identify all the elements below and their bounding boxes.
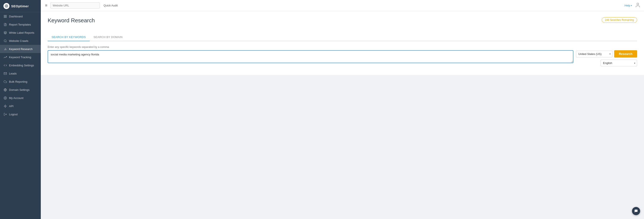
svg-rect-2 bbox=[5, 15, 6, 16]
svg-rect-3 bbox=[4, 16, 5, 18]
mail-icon bbox=[4, 72, 7, 75]
sidebar-item-keyword-research-label: Keyword Research bbox=[9, 48, 33, 51]
url-input-wrap bbox=[50, 2, 100, 8]
logo-icon bbox=[4, 3, 10, 9]
logo-text: SEOptimer bbox=[11, 4, 29, 8]
sidebar-item-dashboard-label: Dashboard bbox=[9, 15, 23, 18]
content-card: Keyword Research 246 Searches Remaining … bbox=[41, 11, 644, 75]
bar-chart-icon bbox=[4, 47, 7, 51]
sidebar-item-api[interactable]: API bbox=[0, 102, 41, 110]
sidebar-item-embedding-settings[interactable]: Embedding Settings bbox=[0, 61, 41, 69]
svg-rect-1 bbox=[4, 15, 5, 16]
sidebar-item-keyword-tracking-label: Keyword Tracking bbox=[9, 56, 31, 59]
settings-icon bbox=[4, 96, 7, 100]
user-account-button[interactable] bbox=[635, 2, 640, 8]
tab-search-by-domain[interactable]: SEARCH BY DOMAIN bbox=[90, 33, 126, 41]
country-select[interactable]: United States (US) United Kingdom (UK) A… bbox=[576, 51, 612, 57]
keyword-textarea-wrap bbox=[48, 50, 573, 64]
quick-audit-button[interactable]: Quick Audit bbox=[102, 2, 120, 8]
sidebar-item-white-label-label: White Label Reports bbox=[9, 31, 34, 34]
sidebar-item-domain-settings[interactable]: Domain Settings bbox=[0, 86, 41, 94]
sidebar-item-logout-label: Logout bbox=[9, 113, 18, 116]
trending-up-icon bbox=[4, 56, 7, 59]
sidebar-item-white-label-reports[interactable]: White Label Reports bbox=[0, 28, 41, 37]
layers-icon bbox=[4, 31, 7, 34]
help-button[interactable]: Help ▾ bbox=[624, 4, 632, 7]
country-select-row: United States (US) United Kingdom (UK) A… bbox=[576, 50, 637, 58]
sidebar-item-website-crawls-label: Website Crawls bbox=[9, 39, 28, 42]
topbar-right: Help ▾ bbox=[624, 2, 640, 8]
sidebar-item-keyword-tracking[interactable]: Keyword Tracking bbox=[0, 53, 41, 61]
language-select-wrap: English Spanish French German bbox=[601, 60, 637, 66]
sidebar-item-domain-settings-label: Domain Settings bbox=[9, 88, 30, 92]
sidebar-item-leads-label: Leads bbox=[9, 72, 16, 75]
search-row: United States (US) United Kingdom (UK) A… bbox=[48, 50, 637, 66]
sidebar-item-report-templates-label: Report Templates bbox=[9, 23, 31, 26]
sidebar-item-api-label: API bbox=[9, 104, 14, 108]
main-area: ≡ Quick Audit Help ▾ Keyword Research bbox=[41, 0, 644, 219]
file-text-icon bbox=[4, 23, 7, 26]
svg-point-8 bbox=[4, 40, 6, 42]
cloud-icon bbox=[4, 80, 7, 83]
grid-icon bbox=[4, 14, 7, 18]
sidebar-item-keyword-research[interactable]: Keyword Research bbox=[0, 45, 41, 53]
svg-rect-4 bbox=[5, 16, 6, 18]
page-title: Keyword Research bbox=[48, 17, 95, 24]
sidebar-item-my-account[interactable]: My Account bbox=[0, 94, 41, 102]
sidebar-item-dashboard[interactable]: Dashboard bbox=[0, 12, 41, 20]
sidebar-item-embedding-settings-label: Embedding Settings bbox=[9, 64, 34, 67]
svg-point-18 bbox=[637, 3, 639, 5]
zap-icon bbox=[4, 104, 7, 108]
chevron-down-icon: ▾ bbox=[631, 4, 632, 7]
language-select[interactable]: English Spanish French German bbox=[601, 60, 637, 66]
gray-area bbox=[41, 75, 644, 139]
searches-remaining-badge: 246 Searches Remaining bbox=[602, 17, 637, 23]
logo: SEOptimer bbox=[0, 0, 41, 12]
search-icon bbox=[4, 39, 7, 42]
sidebar-item-bulk-reporting[interactable]: Bulk Reporting bbox=[0, 78, 41, 86]
svg-line-9 bbox=[6, 42, 6, 42]
sidebar-item-website-crawls[interactable]: Website Crawls bbox=[0, 37, 41, 45]
user-icon bbox=[635, 2, 640, 8]
tabs-row: SEARCH BY KEYWORDS SEARCH BY DOMAIN bbox=[48, 33, 637, 41]
country-select-wrap: United States (US) United Kingdom (UK) A… bbox=[576, 51, 612, 57]
tab-search-by-keywords[interactable]: SEARCH BY KEYWORDS bbox=[48, 33, 90, 41]
sidebar-item-logout[interactable]: Logout bbox=[0, 110, 41, 118]
svg-marker-7 bbox=[4, 31, 7, 33]
code-icon bbox=[4, 64, 7, 67]
search-controls: United States (US) United Kingdom (UK) A… bbox=[576, 50, 637, 66]
sidebar-item-leads[interactable]: Leads bbox=[0, 69, 41, 78]
sidebar-item-my-account-label: My Account bbox=[9, 96, 24, 100]
sidebar-item-report-templates[interactable]: Report Templates bbox=[0, 20, 41, 28]
sidebar-item-bulk-reporting-label: Bulk Reporting bbox=[9, 80, 27, 83]
menu-button[interactable]: ≡ bbox=[44, 2, 48, 8]
keyword-textarea[interactable] bbox=[48, 50, 573, 63]
svg-point-15 bbox=[5, 98, 6, 98]
chat-icon bbox=[634, 209, 638, 213]
research-button[interactable]: Research bbox=[614, 50, 637, 58]
chat-bubble-button[interactable] bbox=[632, 207, 640, 215]
search-hint-text: Enter any specific keywords separated by… bbox=[48, 46, 637, 48]
content-area: Keyword Research 246 Searches Remaining … bbox=[41, 11, 644, 219]
globe-icon bbox=[4, 88, 7, 92]
website-url-input[interactable] bbox=[50, 2, 100, 8]
page-header: Keyword Research 246 Searches Remaining bbox=[48, 17, 637, 29]
log-out-icon bbox=[4, 112, 7, 116]
sidebar: SEOptimer Dashboard Report Templates Whi… bbox=[0, 0, 41, 219]
svg-marker-16 bbox=[4, 105, 6, 108]
topbar: ≡ Quick Audit Help ▾ bbox=[41, 0, 644, 11]
hamburger-icon: ≡ bbox=[45, 3, 48, 8]
